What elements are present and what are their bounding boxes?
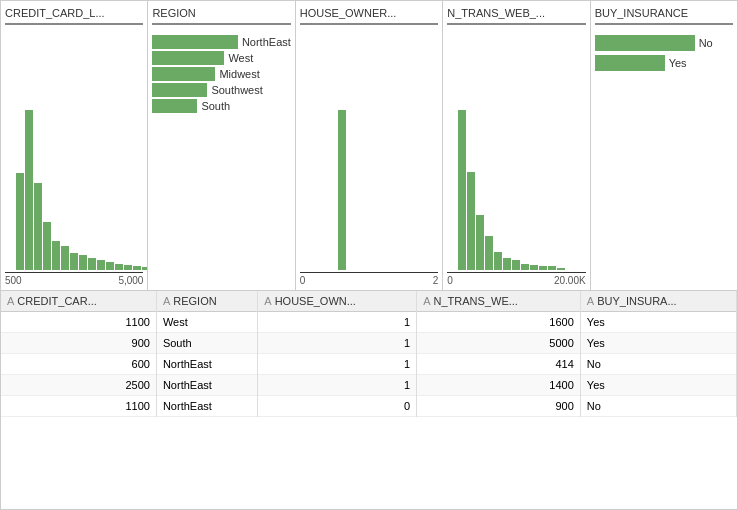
credit-card-chart-area: 500 5,000 [5, 31, 143, 286]
table-row: 600NorthEast1414No [1, 354, 737, 375]
hist-bar [557, 268, 565, 270]
table-cell-r4-c2: 0 [258, 396, 417, 417]
region-list-item: South [152, 99, 290, 113]
house-owner-panel: HOUSE_OWNER... 0 2 [296, 1, 443, 290]
region-title: REGION [152, 7, 290, 19]
table-cell-r3-c0: 2500 [1, 375, 156, 396]
table-cell-r0-c3: 1600 [417, 312, 581, 333]
house-owner-divider [300, 23, 438, 25]
hist-bar [25, 110, 33, 270]
table-row: 1100West11600Yes [1, 312, 737, 333]
axis-min: 500 [5, 275, 22, 286]
axis-min: 0 [300, 275, 306, 286]
region-list-item: West [152, 51, 290, 65]
hist-bar [34, 183, 42, 270]
hist-bar [133, 266, 141, 270]
region-item-bar [152, 67, 215, 81]
table-cell-r4-c0: 1100 [1, 396, 156, 417]
insurance-item-label: Yes [669, 57, 687, 69]
table-cell-r1-c1: South [156, 333, 257, 354]
table-row: 1100NorthEast0900No [1, 396, 737, 417]
axis-max: 5,000 [118, 275, 143, 286]
hist-bar [97, 260, 105, 270]
credit-card-divider [5, 23, 143, 25]
credit-card-panel: CREDIT_CARD_L... 500 5,000 [1, 1, 148, 290]
insurance-list-item: Yes [595, 55, 733, 71]
insurance-item-bar [595, 55, 665, 71]
buy-insurance-divider [595, 23, 733, 25]
region-list: NorthEastWestMidwestSouthwestSouth [152, 35, 290, 113]
table-header-cell-3: AN_TRANS_WE... [417, 291, 581, 312]
table-cell-r1-c3: 5000 [417, 333, 581, 354]
house-owner-title: HOUSE_OWNER... [300, 7, 438, 19]
col-label: REGION [173, 295, 216, 307]
hist-bar [52, 241, 60, 270]
hist-bar [79, 255, 87, 270]
region-list-item: Midwest [152, 67, 290, 81]
table-cell-r2-c1: NorthEast [156, 354, 257, 375]
table-cell-r3-c3: 1400 [417, 375, 581, 396]
hist-bar [88, 258, 96, 270]
table-cell-r1-c2: 1 [258, 333, 417, 354]
hist-bar [458, 110, 466, 270]
region-item-bar [152, 99, 197, 113]
region-item-bar [152, 51, 224, 65]
house-owner-axis: 0 2 [300, 272, 438, 286]
table-row: 2500NorthEast11400Yes [1, 375, 737, 396]
hist-bar [61, 246, 69, 270]
table-header-cell-1: AREGION [156, 291, 257, 312]
col-label: BUY_INSURA... [597, 295, 676, 307]
region-item-label: South [201, 100, 230, 112]
buy-insurance-title: BUY_INSURANCE [595, 7, 733, 19]
region-item-label: Midwest [219, 68, 259, 80]
insurance-item-bar [595, 35, 695, 51]
data-table: ACREDIT_CAR...AREGIONAHOUSE_OWN...AN_TRA… [1, 291, 737, 417]
col-label: HOUSE_OWN... [275, 295, 356, 307]
credit-card-histogram [5, 90, 143, 270]
table-cell-r2-c0: 600 [1, 354, 156, 375]
table-header-cell-2: AHOUSE_OWN... [258, 291, 417, 312]
region-item-bar [152, 83, 207, 97]
n-trans-web-histogram [447, 90, 585, 270]
table-cell-r3-c1: NorthEast [156, 375, 257, 396]
col-type: A [587, 295, 594, 307]
col-type: A [423, 295, 430, 307]
insurance-list-item: No [595, 35, 733, 51]
n-trans-web-divider [447, 23, 585, 25]
hist-bar [548, 266, 556, 270]
house-owner-histogram [300, 90, 438, 270]
hist-bar [43, 222, 51, 270]
region-item-label: West [228, 52, 253, 64]
main-container: CREDIT_CARD_L... 500 5,000 REGION NorthE… [0, 0, 738, 510]
hist-bar [476, 215, 484, 270]
credit-card-axis: 500 5,000 [5, 272, 143, 286]
hist-bar [115, 264, 123, 270]
hist-bar [512, 260, 520, 270]
hist-bar [521, 264, 529, 270]
buy-insurance-panel: BUY_INSURANCE NoYes [591, 1, 737, 290]
region-item-label: Southwest [211, 84, 262, 96]
region-panel: REGION NorthEastWestMidwestSouthwestSout… [148, 1, 295, 290]
table-cell-r4-c1: NorthEast [156, 396, 257, 417]
insurance-item-label: No [699, 37, 713, 49]
region-item-label: NorthEast [242, 36, 291, 48]
region-list-item: Southwest [152, 83, 290, 97]
table-cell-r0-c1: West [156, 312, 257, 333]
col-type: A [264, 295, 271, 307]
region-divider [152, 23, 290, 25]
table-cell-r0-c2: 1 [258, 312, 417, 333]
table-cell-r2-c3: 414 [417, 354, 581, 375]
hist-bar [539, 266, 547, 270]
axis-max: 2 [433, 275, 439, 286]
hist-bar [467, 172, 475, 270]
table-cell-r4-c4: No [580, 396, 736, 417]
col-label: CREDIT_CAR... [17, 295, 96, 307]
credit-card-title: CREDIT_CARD_L... [5, 7, 143, 19]
table-cell-r1-c4: Yes [580, 333, 736, 354]
region-list-item: NorthEast [152, 35, 290, 49]
table-cell-r2-c2: 1 [258, 354, 417, 375]
table-cell-r0-c0: 1100 [1, 312, 156, 333]
n-trans-web-axis: 0 20.00K [447, 272, 585, 286]
insurance-list: NoYes [595, 35, 733, 71]
hist-bar [106, 262, 114, 270]
